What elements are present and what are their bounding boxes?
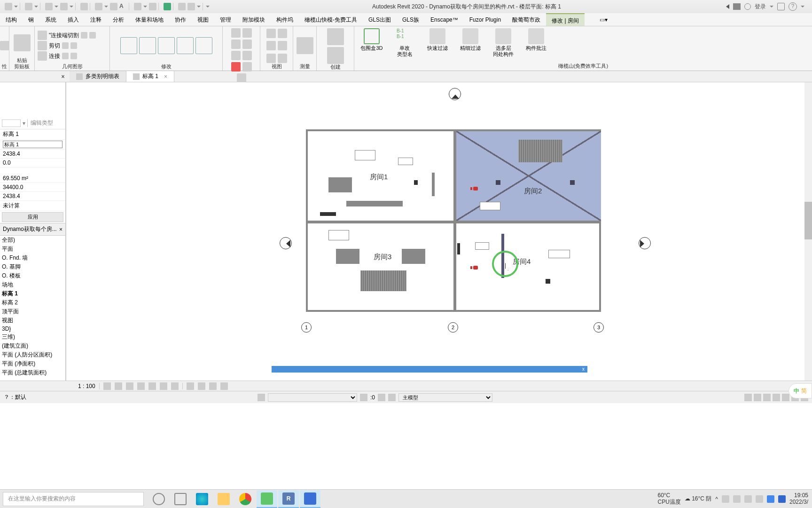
crop-icon[interactable] (160, 382, 167, 390)
scrollbar[interactable] (804, 82, 812, 381)
view2-icon[interactable] (278, 29, 287, 38)
furniture[interactable] (414, 180, 418, 185)
render-icon[interactable] (148, 382, 156, 390)
toggle-icon[interactable] (164, 3, 171, 10)
coords-icon[interactable] (360, 394, 367, 401)
volume-icon[interactable] (744, 495, 752, 503)
list-item[interactable]: (建筑立面) (0, 341, 65, 350)
list-item[interactable]: 3D} (0, 325, 65, 333)
3d-icon[interactable] (134, 3, 141, 10)
wechat-icon[interactable] (257, 490, 277, 508)
rotate-icon[interactable] (158, 37, 175, 54)
furniture[interactable] (346, 201, 403, 206)
cut-icon[interactable] (38, 41, 47, 50)
list-item[interactable]: 平面 (总建筑面积) (0, 368, 65, 377)
ime-icon[interactable] (767, 495, 774, 503)
prop-row[interactable] (0, 140, 65, 150)
view4-icon[interactable] (278, 41, 287, 50)
align-icon2[interactable] (242, 28, 252, 38)
tab-gls2[interactable]: GLS族 (397, 13, 425, 26)
grid-bubble[interactable]: 1 (301, 322, 312, 333)
furniture[interactable] (328, 230, 349, 240)
save-icon[interactable] (25, 3, 32, 10)
list-item[interactable]: 标高 2 (0, 298, 65, 307)
opt1-icon[interactable] (81, 32, 87, 39)
panel-close-icon[interactable]: × (56, 73, 70, 80)
windows-search[interactable]: 在这里输入你要搜索的内容 (3, 492, 144, 506)
tab-extra-icon[interactable]: ▭▾ (594, 13, 613, 26)
temp-hide-icon[interactable] (209, 382, 217, 390)
furniture[interactable] (518, 140, 562, 162)
tab-grape[interactable]: 酸葡萄市政 (507, 13, 546, 26)
furniture[interactable] (336, 249, 359, 264)
section-icon[interactable] (149, 3, 156, 10)
opt3-icon[interactable] (62, 42, 69, 49)
tab-analyze[interactable]: 分析 (107, 13, 130, 26)
trim-icon[interactable] (195, 37, 212, 54)
array-icon[interactable] (231, 28, 241, 38)
browser-close-icon[interactable]: × (59, 226, 62, 233)
single-type-button[interactable]: B-1B-1单改 类型名 (393, 28, 416, 69)
fine-filter-button[interactable]: 精细过滤 (459, 28, 482, 69)
list-item[interactable]: O. 基脚 (0, 262, 65, 271)
furniture[interactable] (432, 173, 435, 196)
type-selector[interactable] (2, 119, 21, 127)
connect-icon[interactable] (38, 51, 47, 61)
furniture[interactable] (570, 180, 575, 185)
elevation-marker-west[interactable] (280, 237, 292, 249)
tab-enscape[interactable]: Enscape™ (425, 13, 464, 26)
explorer-icon[interactable] (213, 490, 234, 508)
furniture[interactable] (480, 202, 500, 210)
print-icon[interactable] (80, 3, 88, 10)
tab-structure[interactable]: 结构 (0, 13, 23, 26)
cutend-icon[interactable] (38, 31, 47, 40)
camera-icon[interactable] (473, 187, 478, 190)
opt2-icon[interactable] (89, 32, 96, 39)
cloud-icon[interactable] (187, 3, 195, 10)
app-menu-icon[interactable] (5, 3, 12, 10)
camera-icon[interactable] (473, 266, 478, 270)
model-icon[interactable] (388, 394, 396, 401)
crop2-icon[interactable] (171, 382, 179, 390)
list-item[interactable]: 场地 (0, 280, 65, 289)
project-browser[interactable]: 全部) 平面 O. Fnd. 墙 O. 基脚 O. 楼板 场地 标高 1 标高 … (0, 236, 65, 381)
list-item[interactable]: 平面 (净面积) (0, 359, 65, 368)
cortana-icon[interactable] (148, 490, 169, 508)
tray-icon2[interactable] (756, 495, 763, 503)
furniture[interactable] (360, 270, 406, 291)
tab-insert[interactable]: 插入 (62, 13, 85, 26)
tab-system[interactable]: 系统 (39, 13, 62, 26)
sync-icon[interactable] (178, 3, 186, 10)
list-item[interactable]: 三维) (0, 333, 65, 341)
opt4-icon[interactable] (70, 42, 77, 49)
undo-icon[interactable] (45, 3, 53, 10)
tab-addins[interactable]: 附加模块 (237, 13, 271, 26)
elevation-marker-east[interactable] (639, 237, 651, 249)
list-item[interactable]: 视图 (0, 316, 65, 325)
tab-modify-room[interactable]: 修改 | 房间 (546, 13, 585, 26)
tray-chevron-icon[interactable]: ^ (715, 496, 718, 502)
offset-icon[interactable] (242, 40, 252, 49)
tab-gls1[interactable]: GLS出图 (363, 13, 397, 26)
chrome-icon[interactable] (235, 490, 256, 508)
help-icon[interactable]: ? (789, 2, 797, 11)
opt6-icon[interactable] (70, 53, 77, 59)
fast-filter-button[interactable]: 快速过滤 (426, 28, 449, 69)
grid-bubble[interactable]: 2 (448, 322, 458, 333)
main-model-select[interactable]: 主模型 (398, 393, 492, 402)
view3-icon[interactable] (266, 41, 276, 50)
modify-tool-icon[interactable] (0, 41, 9, 50)
tab-steel[interactable]: 钢 (23, 13, 39, 26)
redo-icon[interactable] (60, 3, 68, 10)
select-underlay-icon[interactable] (763, 394, 771, 401)
copy-icon[interactable] (139, 37, 156, 54)
tab-mass[interactable]: 体量和场地 (130, 13, 169, 26)
workset-select[interactable] (268, 393, 357, 402)
create2-icon[interactable] (327, 47, 344, 64)
hide-icon[interactable] (187, 382, 194, 390)
tab-manage[interactable]: 管理 (214, 13, 237, 26)
measure-tool-icon[interactable] (297, 37, 313, 54)
list-item[interactable]: O. 楼板 (0, 271, 65, 280)
select-link-icon[interactable] (754, 394, 761, 401)
visual-style-icon[interactable] (115, 382, 122, 390)
